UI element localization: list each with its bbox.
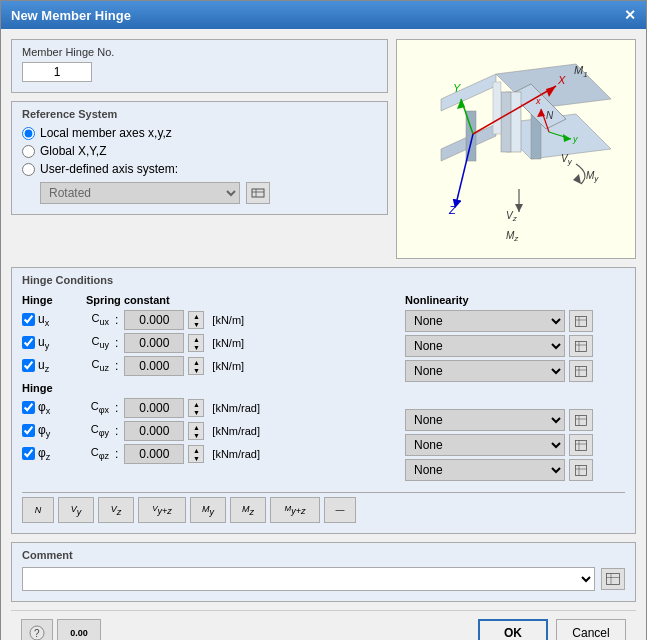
row-phix: φx Cφx : ▲ ▼ [kNm/rad] [22, 398, 395, 418]
reference-system-section: Reference System Local member axes x,y,z… [11, 101, 388, 215]
toolbar-MyMz-button[interactable]: My+z [270, 497, 320, 523]
comment-edit-button[interactable] [601, 568, 625, 590]
nonlin-phiy[interactable]: None [405, 434, 565, 456]
value-uz[interactable] [124, 356, 184, 376]
spin-down-phix[interactable]: ▼ [189, 408, 203, 416]
unit-phix: [kNm/rad] [212, 402, 267, 414]
spin-up-uy[interactable]: ▲ [189, 335, 203, 343]
toolbar-row: N Vy Vz Vy+z My Mz My+z [22, 492, 625, 523]
nonlin-edit-uy[interactable] [569, 335, 593, 357]
edit-icon [251, 187, 265, 199]
svg-text:X: X [557, 74, 566, 86]
value-ux[interactable] [124, 310, 184, 330]
radio-global[interactable] [22, 145, 35, 158]
spin-up-phiy[interactable]: ▲ [189, 423, 203, 431]
radio-local-label: Local member axes x,y,z [40, 126, 172, 140]
nonlin-phiz[interactable]: None [405, 459, 565, 481]
value-phix[interactable] [124, 398, 184, 418]
check-uz[interactable] [22, 359, 35, 372]
check-uz-label: uz [22, 358, 77, 374]
unit-uy: [kN/m] [212, 337, 267, 349]
toolbar-My-button[interactable]: My [190, 497, 226, 523]
nonlin-edit-ux[interactable] [569, 310, 593, 332]
title-bar: New Member Hinge ✕ [1, 1, 646, 29]
nonlin-edit-phiz[interactable] [569, 459, 593, 481]
spring-label-uz: Cuz [81, 358, 109, 373]
nonlin-edit-phiy[interactable] [569, 434, 593, 456]
nonlin-uz[interactable]: None [405, 360, 565, 382]
spin-up-uz[interactable]: ▲ [189, 358, 203, 366]
edit-icon-uz [575, 366, 587, 377]
nonlin-phix[interactable]: None [405, 409, 565, 431]
svg-text:y: y [572, 134, 578, 144]
check-phiy[interactable] [22, 424, 35, 437]
toolbar-dash-button[interactable]: — [324, 497, 356, 523]
spin-down-ux[interactable]: ▼ [189, 320, 203, 328]
member-hinge-label: Member Hinge No. [22, 46, 377, 58]
check-uy[interactable] [22, 336, 35, 349]
svg-text:Y: Y [453, 82, 461, 94]
toolbar-Mz-button[interactable]: Mz [230, 497, 266, 523]
radio-global-row: Global X,Y,Z [22, 144, 377, 158]
toolbar-Vy-button[interactable]: Vy [58, 497, 94, 523]
col-hinge-header: Hinge [22, 294, 82, 306]
comment-row [22, 567, 625, 591]
nonlin-edit-phix[interactable] [569, 409, 593, 431]
radio-local-row: Local member axes x,y,z [22, 126, 377, 140]
user-defined-edit-button[interactable] [246, 182, 270, 204]
radio-user-label: User-defined axis system: [40, 162, 178, 176]
unit-ux: [kN/m] [212, 314, 267, 326]
nonlin-edit-uz[interactable] [569, 360, 593, 382]
svg-rect-49 [576, 440, 587, 450]
member-hinge-number[interactable] [22, 62, 92, 82]
check-phiy-label: φy [22, 423, 77, 439]
spin-down-uy[interactable]: ▼ [189, 343, 203, 351]
spin-down-uz[interactable]: ▼ [189, 366, 203, 374]
comment-section: Comment [11, 542, 636, 602]
row-uz: uz Cuz : ▲ ▼ [kN/m] [22, 356, 395, 376]
spin-down-phiz[interactable]: ▼ [189, 454, 203, 462]
toolbar-Vz-button[interactable]: Vz [98, 497, 134, 523]
nonlin-row-phiy: None [405, 434, 625, 456]
info-button[interactable]: 0.00 [57, 619, 101, 640]
check-phix[interactable] [22, 401, 35, 414]
toolbar-N-button[interactable]: N [22, 497, 54, 523]
close-button[interactable]: ✕ [624, 7, 636, 23]
spinner-ux: ▲ ▼ [188, 311, 204, 329]
spin-down-phiy[interactable]: ▼ [189, 431, 203, 439]
svg-rect-40 [576, 341, 587, 351]
check-phiz[interactable] [22, 447, 35, 460]
svg-rect-52 [576, 465, 587, 475]
radio-local[interactable] [22, 127, 35, 140]
radio-user[interactable] [22, 163, 35, 176]
spinner-uz: ▲ ▼ [188, 357, 204, 375]
toolbar-VyVz-button[interactable]: Vy+z [138, 497, 186, 523]
svg-text:x: x [535, 96, 541, 106]
cancel-button[interactable]: Cancel [556, 619, 626, 640]
comment-dropdown[interactable] [22, 567, 595, 591]
spin-up-phiz[interactable]: ▲ [189, 446, 203, 454]
help-button[interactable]: ? [21, 619, 53, 640]
value-uy[interactable] [124, 333, 184, 353]
ok-button[interactable]: OK [478, 619, 548, 640]
check-ux[interactable] [22, 313, 35, 326]
value-phiy[interactable] [124, 421, 184, 441]
row-phiz: φz Cφz : ▲ ▼ [kNm/rad] [22, 444, 395, 464]
conditions-left-panel: Hinge Spring constant ux Cux : ▲ [22, 294, 395, 484]
nonlin-uy[interactable]: None [405, 335, 565, 357]
member-hinge-input-row [22, 62, 377, 82]
user-defined-dropdown[interactable]: Rotated [40, 182, 240, 204]
hinge-conditions-title: Hinge Conditions [22, 274, 625, 286]
bottom-bar: ? 0.00 OK Cancel [11, 610, 636, 640]
col-nonlinearity-header: Nonlinearity [405, 294, 625, 306]
member-hinge-section: Member Hinge No. [11, 39, 388, 93]
reference-system-title: Reference System [22, 108, 377, 120]
nonlin-row-phix: None [405, 409, 625, 431]
value-phiz[interactable] [124, 444, 184, 464]
spin-up-ux[interactable]: ▲ [189, 312, 203, 320]
spin-up-phix[interactable]: ▲ [189, 400, 203, 408]
nonlin-ux[interactable]: None [405, 310, 565, 332]
check-uy-label: uy [22, 335, 77, 351]
bottom-left-buttons: ? 0.00 [21, 619, 101, 640]
spring-label-ux: Cux [81, 312, 109, 327]
